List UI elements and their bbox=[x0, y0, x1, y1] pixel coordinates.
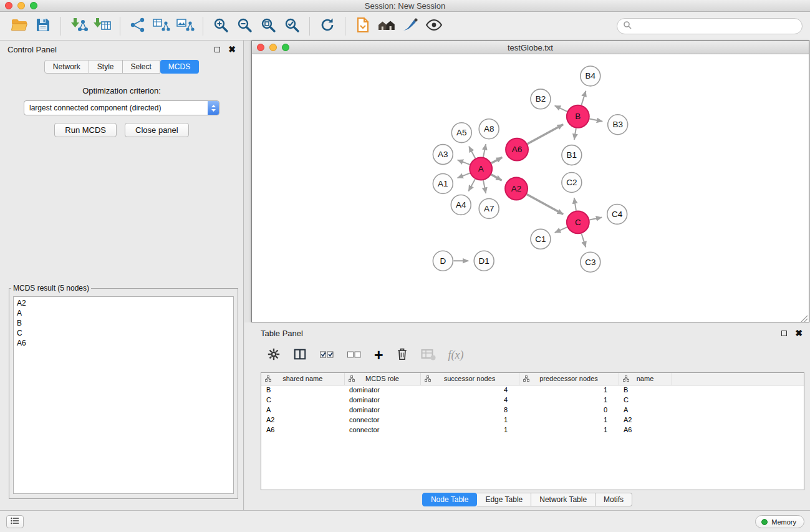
zoom-in-button[interactable] bbox=[209, 14, 233, 38]
graph-edge-A-A8[interactable] bbox=[483, 144, 486, 157]
zoom-selected-button[interactable] bbox=[280, 14, 304, 38]
graph-edge-B-B1[interactable] bbox=[574, 128, 576, 140]
network-canvas[interactable]: B4B2BB3A5A8A6B1A3AC2A1A2A4A7C4CC1C3DD1 bbox=[252, 55, 809, 322]
table-row[interactable]: Cdominator41C bbox=[261, 395, 804, 405]
tab-edge-table[interactable]: Edge Table bbox=[477, 493, 531, 506]
search-field[interactable] bbox=[617, 18, 803, 34]
mcds-result-list[interactable]: A2ABCA6 bbox=[13, 296, 234, 494]
open-session-button[interactable] bbox=[7, 14, 31, 38]
graph-node-B1[interactable]: B1 bbox=[562, 145, 582, 165]
import-network-button[interactable] bbox=[67, 14, 90, 38]
graph-node-A3[interactable]: A3 bbox=[433, 145, 453, 165]
table-row[interactable]: Adominator80A bbox=[261, 405, 804, 415]
result-item[interactable]: C bbox=[17, 328, 230, 338]
new-network-button[interactable] bbox=[126, 14, 150, 38]
save-session-button[interactable] bbox=[31, 14, 55, 38]
column-header-MCDS-role[interactable]: MCDS role bbox=[344, 373, 420, 385]
minimize-window-icon[interactable] bbox=[17, 2, 25, 9]
memory-button[interactable]: Memory bbox=[755, 515, 804, 528]
graph-edge-A-A2[interactable] bbox=[491, 175, 502, 180]
graph-node-C3[interactable]: C3 bbox=[581, 252, 600, 272]
import-table-button[interactable] bbox=[90, 14, 114, 38]
graph-edge-C-C2[interactable] bbox=[574, 198, 576, 210]
graph-node-A5[interactable]: A5 bbox=[451, 123, 471, 143]
table-row[interactable]: A6connector11A6 bbox=[261, 425, 804, 435]
close-panel-button[interactable]: Close panel bbox=[125, 123, 189, 137]
task-history-button[interactable] bbox=[6, 515, 24, 528]
graph-edge-A-A6[interactable] bbox=[491, 157, 502, 163]
graph-node-A1[interactable]: A1 bbox=[433, 174, 453, 194]
zoom-out-button[interactable] bbox=[233, 14, 256, 38]
annotation-button[interactable] bbox=[398, 14, 422, 38]
home-button[interactable] bbox=[375, 14, 398, 38]
deselect-all-button[interactable] bbox=[347, 347, 362, 363]
network-zoom-icon[interactable] bbox=[282, 44, 289, 51]
zoom-window-icon[interactable] bbox=[30, 2, 37, 9]
column-header-name[interactable]: name bbox=[619, 373, 672, 385]
graph-node-B4[interactable]: B4 bbox=[581, 66, 600, 86]
graph-edge-A-A1[interactable] bbox=[458, 173, 470, 178]
resize-grip-icon[interactable] bbox=[801, 314, 808, 321]
graph-edge-A-A5[interactable] bbox=[469, 147, 475, 158]
graph-edge-A-A4[interactable] bbox=[468, 179, 475, 191]
graph-node-B[interactable]: B bbox=[567, 105, 589, 128]
export-document-button[interactable] bbox=[351, 14, 375, 38]
graph-edge-B-B2[interactable] bbox=[555, 105, 567, 111]
network-minimize-icon[interactable] bbox=[269, 44, 277, 51]
graph-node-A4[interactable]: A4 bbox=[451, 195, 471, 215]
search-input[interactable] bbox=[635, 22, 796, 31]
graph-node-A[interactable]: A bbox=[470, 158, 492, 180]
graph-edge-C-C1[interactable] bbox=[555, 227, 567, 233]
column-header-successor-nodes[interactable]: successor nodes bbox=[420, 373, 519, 385]
graph-node-D[interactable]: D bbox=[433, 251, 453, 271]
graph-edge-C-C3[interactable] bbox=[582, 233, 586, 247]
graph-node-A7[interactable]: A7 bbox=[479, 198, 499, 218]
network-from-table-button[interactable] bbox=[150, 14, 173, 38]
graph-edge-A2-C[interactable] bbox=[527, 195, 563, 215]
node-table-container[interactable]: shared nameMCDS rolesuccessor nodesprede… bbox=[261, 372, 804, 490]
apply-layout-button[interactable] bbox=[316, 14, 339, 38]
select-all-button[interactable] bbox=[319, 347, 334, 363]
close-table-panel-icon[interactable]: ✖ bbox=[795, 329, 803, 337]
result-item[interactable]: A2 bbox=[17, 298, 230, 308]
graph-node-B2[interactable]: B2 bbox=[531, 89, 551, 109]
close-window-icon[interactable] bbox=[5, 2, 12, 9]
optimization-criterion-dropdown[interactable]: largest connected component (directed) bbox=[24, 100, 219, 115]
network-graph[interactable]: B4B2BB3A5A8A6B1A3AC2A1A2A4A7C4CC1C3DD1 bbox=[252, 55, 809, 322]
graph-node-A6[interactable]: A6 bbox=[506, 138, 528, 161]
result-item[interactable]: A6 bbox=[17, 338, 230, 348]
close-panel-icon[interactable]: ✖ bbox=[228, 45, 236, 54]
graph-node-C4[interactable]: C4 bbox=[607, 204, 627, 224]
tab-network-table[interactable]: Network Table bbox=[531, 493, 595, 506]
run-mcds-button[interactable]: Run MCDS bbox=[54, 123, 117, 137]
tab-select[interactable]: Select bbox=[123, 60, 160, 74]
result-item[interactable]: A bbox=[17, 308, 230, 318]
add-column-button[interactable]: + bbox=[374, 349, 383, 361]
graph-edge-A6-B[interactable] bbox=[528, 125, 563, 144]
show-columns-button[interactable] bbox=[293, 347, 307, 363]
table-row[interactable]: Bdominator41B bbox=[261, 385, 804, 395]
graph-edge-B-B4[interactable] bbox=[581, 91, 586, 105]
tab-network[interactable]: Network bbox=[44, 60, 89, 74]
float-panel-icon[interactable] bbox=[215, 47, 220, 52]
network-close-icon[interactable] bbox=[257, 44, 264, 51]
graph-edge-B-B3[interactable] bbox=[589, 119, 602, 122]
show-hide-button[interactable] bbox=[422, 14, 446, 38]
function-builder-button[interactable]: f(x) bbox=[448, 349, 464, 362]
table-settings-button[interactable] bbox=[267, 347, 281, 363]
graph-node-A2[interactable]: A2 bbox=[505, 178, 528, 200]
graph-node-C[interactable]: C bbox=[567, 211, 589, 233]
table-row[interactable]: A2connector11A2 bbox=[261, 415, 804, 425]
tab-mcds[interactable]: MCDS bbox=[160, 60, 199, 74]
export-image-button[interactable] bbox=[173, 14, 197, 38]
float-table-panel-icon[interactable] bbox=[781, 331, 787, 336]
column-header-predecessor-nodes[interactable]: predecessor nodes bbox=[519, 373, 619, 385]
graph-node-D1[interactable]: D1 bbox=[474, 251, 494, 271]
graph-edge-C-C4[interactable] bbox=[589, 217, 602, 220]
graph-node-B3[interactable]: B3 bbox=[608, 115, 628, 135]
tab-motifs[interactable]: Motifs bbox=[595, 493, 632, 506]
import-table-disabled-button[interactable] bbox=[421, 348, 436, 362]
tab-node-table[interactable]: Node Table bbox=[422, 493, 478, 506]
graph-node-C1[interactable]: C1 bbox=[531, 229, 551, 249]
graph-edge-A-A7[interactable] bbox=[483, 180, 486, 193]
